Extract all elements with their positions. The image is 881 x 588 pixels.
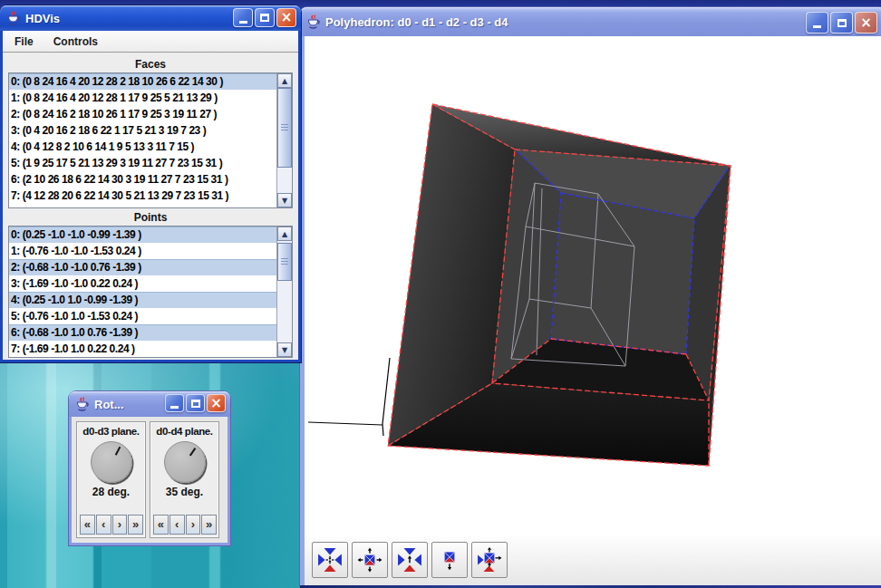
angle-value: 28 deg. xyxy=(77,486,145,498)
expand-view-button[interactable] xyxy=(352,542,388,578)
menu-file[interactable]: File xyxy=(15,35,34,48)
points-header: Points xyxy=(3,211,298,224)
faces-row[interactable]: 5: (1 9 25 17 5 21 13 29 3 19 11 27 7 23… xyxy=(9,155,276,171)
points-row[interactable]: 4: (0.25 -1.0 1.0 -0.99 -1.39 ) xyxy=(9,292,276,308)
step-first-button[interactable]: « xyxy=(153,515,169,535)
dial-tick-icon xyxy=(171,446,197,481)
maximize-icon xyxy=(260,14,269,22)
scroll-up-icon: ▲ xyxy=(282,77,287,85)
close-icon: × xyxy=(860,16,872,30)
shift-down-icon xyxy=(437,547,462,573)
maximize-button[interactable] xyxy=(830,12,853,34)
java-cup-icon xyxy=(5,11,21,25)
scrollbar-thumb[interactable] xyxy=(277,243,292,281)
rotation-titlebar[interactable]: Rot... × xyxy=(69,391,230,417)
step-last-button[interactable]: » xyxy=(201,515,217,535)
polyhedron-titlebar[interactable]: Polyhedron: d0 - d1 - d2 - d3 - d4 × xyxy=(300,7,881,36)
close-button[interactable]: × xyxy=(207,394,226,412)
points-row[interactable]: 7: (-1.69 -1.0 1.0 0.22 0.24 ) xyxy=(9,341,276,357)
step-next-button[interactable]: › xyxy=(186,515,201,535)
angle-value: 35 deg. xyxy=(150,486,218,498)
close-icon: × xyxy=(210,397,222,410)
faces-row[interactable]: 3: (0 4 20 16 2 18 6 22 1 17 5 21 3 19 7… xyxy=(9,122,276,139)
close-button[interactable]: × xyxy=(276,8,296,27)
pan-view-button[interactable] xyxy=(471,542,508,578)
step-prev-button[interactable]: ‹ xyxy=(96,515,111,535)
maximize-button[interactable] xyxy=(186,394,205,412)
faces-scrollbar[interactable]: ▲ ▼ xyxy=(276,73,292,207)
hdvis-menubar: File Controls xyxy=(3,31,298,53)
step-first-button[interactable]: « xyxy=(80,515,95,535)
step-prev-button[interactable]: ‹ xyxy=(169,515,185,535)
faces-row[interactable]: 0: (0 8 24 16 4 20 12 28 2 18 10 26 6 22… xyxy=(9,73,276,90)
hdvis-titlebar[interactable]: HDVis × xyxy=(0,5,301,31)
minimize-button[interactable] xyxy=(233,8,253,27)
polyhedron-toolbar xyxy=(305,534,881,585)
points-row[interactable]: 3: (-1.69 -1.0 -1.0 0.22 0.24 ) xyxy=(9,275,276,292)
minimize-icon xyxy=(170,406,179,409)
plane-label: d0-d4 plane. xyxy=(150,426,218,437)
scrollbar-thumb[interactable] xyxy=(277,88,292,168)
points-row[interactable]: 6: (-0.68 -1.0 1.0 0.76 -1.39 ) xyxy=(9,324,276,341)
rotation-window-title: Rot... xyxy=(94,398,124,411)
pan-view-icon xyxy=(477,547,502,573)
expand-view-icon xyxy=(357,547,382,573)
minimize-icon xyxy=(239,21,247,24)
step-next-button[interactable]: › xyxy=(112,515,128,535)
shift-down-button[interactable] xyxy=(431,542,468,578)
scroll-down-button[interactable]: ▼ xyxy=(277,342,292,357)
step-buttons: « ‹ › » xyxy=(153,515,217,535)
minimize-button[interactable] xyxy=(806,12,828,34)
polyhedron-render xyxy=(305,36,881,534)
scroll-down-icon: ▼ xyxy=(282,346,287,354)
faces-row[interactable]: 4: (0 4 12 8 2 10 6 14 1 9 5 13 3 11 7 1… xyxy=(9,139,276,155)
points-row[interactable]: 0: (0.25 -1.0 -1.0 -0.99 -1.39 ) xyxy=(9,227,276,243)
thumb-ridges-icon xyxy=(281,258,288,265)
maximize-icon xyxy=(837,19,847,27)
minimize-icon xyxy=(813,25,821,28)
step-buttons: « ‹ › » xyxy=(80,515,143,535)
hdvis-window-title: HDVis xyxy=(25,12,60,25)
rotation-panel-d0d3: d0-d3 plane. 28 deg. « ‹ › » xyxy=(76,421,146,538)
scroll-down-icon: ▼ xyxy=(282,197,287,205)
hdvis-window: HDVis × File Controls Faces 0: (0 8 24 1… xyxy=(0,5,301,362)
compress-view-icon xyxy=(317,547,343,573)
shift-up-icon xyxy=(397,547,422,573)
points-row[interactable]: 2: (-0.68 -1.0 -1.0 0.76 -1.39 ) xyxy=(9,259,276,275)
faces-header: Faces xyxy=(3,58,298,71)
step-last-button[interactable]: » xyxy=(128,515,143,535)
scroll-up-icon: ▲ xyxy=(282,230,287,238)
scroll-up-button[interactable]: ▲ xyxy=(277,73,292,88)
faces-row[interactable]: 2: (0 8 24 16 2 18 10 26 1 17 9 25 3 19 … xyxy=(9,106,276,122)
faces-row[interactable]: 6: (2 10 26 18 6 22 14 30 3 19 11 27 7 2… xyxy=(9,171,276,188)
maximize-icon xyxy=(191,400,200,408)
maximize-button[interactable] xyxy=(255,8,275,27)
rotation-panel-d0d4: d0-d4 plane. 35 deg. « ‹ › » xyxy=(150,421,219,538)
rotation-dial[interactable] xyxy=(164,441,206,483)
close-button[interactable]: × xyxy=(855,12,877,34)
polyhedron-window-title: Polyhedron: d0 - d1 - d2 - d3 - d4 xyxy=(325,15,508,29)
points-row[interactable]: 1: (-0.76 -1.0 -1.0 -1.53 0.24 ) xyxy=(9,243,276,259)
faces-list: 0: (0 8 24 16 4 20 12 28 2 18 10 26 6 22… xyxy=(8,72,293,208)
close-icon: × xyxy=(281,11,293,24)
points-scrollbar[interactable]: ▲ ▼ xyxy=(276,227,292,357)
compress-view-button[interactable] xyxy=(312,542,348,578)
faces-row[interactable]: 1: (0 8 24 16 4 20 12 28 1 17 9 25 5 21 … xyxy=(9,90,276,106)
rotation-dial[interactable] xyxy=(91,441,132,483)
dial-tick-icon xyxy=(101,444,121,482)
rotation-window: Rot... × d0-d3 plane. 28 deg. « ‹ › » d0… xyxy=(69,391,230,545)
scroll-down-button[interactable]: ▼ xyxy=(277,193,292,207)
plane-label: d0-d3 plane. xyxy=(77,426,145,437)
points-list: 0: (0.25 -1.0 -1.0 -0.99 -1.39 ) 1: (-0.… xyxy=(8,226,293,358)
java-cup-icon xyxy=(74,397,90,411)
polyhedron-canvas[interactable] xyxy=(305,36,881,534)
polyhedron-window: Polyhedron: d0 - d1 - d2 - d3 - d4 × xyxy=(300,7,881,588)
minimize-button[interactable] xyxy=(165,394,184,412)
shift-up-button[interactable] xyxy=(392,542,428,578)
java-cup-icon xyxy=(305,14,321,29)
faces-row[interactable]: 7: (4 12 28 20 6 22 14 30 5 21 13 29 7 2… xyxy=(9,188,276,204)
menu-controls[interactable]: Controls xyxy=(53,35,98,48)
scroll-up-button[interactable]: ▲ xyxy=(277,227,292,241)
thumb-ridges-icon xyxy=(281,124,288,131)
points-row[interactable]: 5: (-0.76 -1.0 1.0 -1.53 0.24 ) xyxy=(9,308,276,324)
